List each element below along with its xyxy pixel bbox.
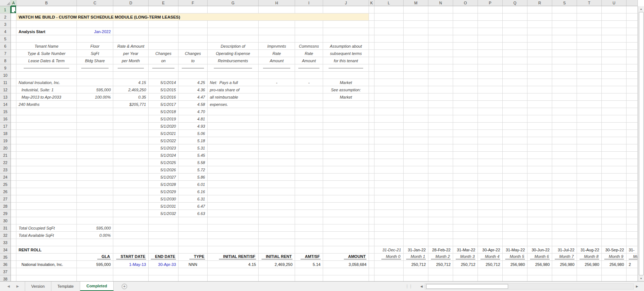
cell-N27[interactable]: [428, 195, 453, 203]
cell-O15[interactable]: [453, 108, 478, 115]
cell-N2[interactable]: [428, 13, 453, 21]
cell-I14[interactable]: [295, 101, 323, 108]
cell-U5[interactable]: [602, 35, 627, 43]
cell-D18[interactable]: [113, 130, 149, 137]
cell-A34[interactable]: [11, 246, 16, 254]
cell-V18[interactable]: [627, 130, 638, 137]
cell-F24[interactable]: 5.86: [178, 174, 208, 181]
cell-F27[interactable]: 6.31: [178, 195, 208, 203]
cell-I19[interactable]: [295, 137, 323, 144]
cell-D30[interactable]: [113, 217, 149, 224]
cell-T24[interactable]: [577, 174, 602, 181]
cell-C11[interactable]: [77, 79, 113, 86]
column-header-S[interactable]: S: [552, 0, 577, 6]
cell-B36[interactable]: National Insulation, Inc.: [16, 261, 77, 268]
row-header-32[interactable]: 32: [0, 232, 11, 239]
cell-H24[interactable]: [259, 174, 295, 181]
cell-O36[interactable]: 250,712: [453, 261, 478, 268]
cell-C8[interactable]: Bldg Share: [77, 57, 113, 64]
cell-I7[interactable]: Rate: [295, 50, 323, 57]
cell-C37[interactable]: [77, 268, 113, 275]
cell-D3[interactable]: [113, 21, 149, 28]
cell-B10[interactable]: [16, 72, 77, 79]
cell-B23[interactable]: [16, 166, 77, 174]
row-header-13[interactable]: 13: [0, 93, 11, 101]
cell-N34[interactable]: 28-Feb-22: [428, 246, 453, 254]
column-header-C[interactable]: C: [77, 0, 113, 6]
cell-C21[interactable]: [77, 152, 113, 159]
cell-R12[interactable]: [527, 86, 552, 93]
cell-Q31[interactable]: [503, 224, 527, 232]
cell-E4[interactable]: [149, 28, 178, 35]
cell-C1[interactable]: [77, 6, 113, 13]
cell-G36[interactable]: 4.15: [208, 261, 259, 268]
cell-V25[interactable]: [627, 181, 638, 188]
cell-H26[interactable]: [259, 188, 295, 195]
cell-F33[interactable]: [178, 239, 208, 246]
cell-A20[interactable]: [11, 144, 16, 152]
cell-F3[interactable]: [178, 21, 208, 28]
cell-U36[interactable]: 256,980: [602, 261, 627, 268]
cell-D4[interactable]: [113, 28, 149, 35]
cell-C9[interactable]: [77, 64, 113, 72]
cell-I33[interactable]: [295, 239, 323, 246]
cell-Q34[interactable]: 31-May-22: [503, 246, 527, 254]
cell-U15[interactable]: [602, 108, 627, 115]
cell-U9[interactable]: [602, 64, 627, 72]
cell-P11[interactable]: [478, 79, 503, 86]
cell-O33[interactable]: [453, 239, 478, 246]
cell-E33[interactable]: [149, 239, 178, 246]
cell-G24[interactable]: [208, 174, 259, 181]
column-header-N[interactable]: N: [428, 0, 453, 6]
tab-scrollbar-splitter[interactable]: ⋮⋮: [405, 284, 412, 289]
cell-C27[interactable]: [77, 195, 113, 203]
cell-A36[interactable]: [11, 261, 16, 268]
cell-R14[interactable]: [527, 101, 552, 108]
cell-E27[interactable]: 5/1/2030: [149, 195, 178, 203]
cell-E11[interactable]: 5/1/2014: [149, 79, 178, 86]
cell-J31[interactable]: [323, 224, 369, 232]
cell-T35[interactable]: Month 8: [577, 254, 602, 261]
column-header-G[interactable]: G: [208, 0, 259, 6]
cell-J8[interactable]: for this tenant: [323, 57, 369, 64]
cell-I10[interactable]: [295, 72, 323, 79]
cell-Q37[interactable]: [503, 268, 527, 275]
cell-D24[interactable]: [113, 174, 149, 181]
cell-L33[interactable]: [374, 239, 404, 246]
cell-S3[interactable]: [552, 21, 577, 28]
cell-D15[interactable]: [113, 108, 149, 115]
cell-O26[interactable]: [453, 188, 478, 195]
cell-E22[interactable]: 5/1/2025: [149, 159, 178, 166]
cell-T33[interactable]: [577, 239, 602, 246]
cell-I16[interactable]: [295, 115, 323, 123]
cell-K37[interactable]: [369, 268, 374, 275]
cell-J13[interactable]: Market: [323, 93, 369, 101]
cell-M12[interactable]: [404, 86, 428, 93]
cell-H11[interactable]: -: [259, 79, 295, 86]
cell-U30[interactable]: [602, 217, 627, 224]
cell-N13[interactable]: [428, 93, 453, 101]
cell-U34[interactable]: 30-Sep-22: [602, 246, 627, 254]
cell-K4[interactable]: [369, 28, 374, 35]
cell-J4[interactable]: [323, 28, 369, 35]
cell-K34[interactable]: [369, 246, 374, 254]
cell-F19[interactable]: 5.18: [178, 137, 208, 144]
cell-O5[interactable]: [453, 35, 478, 43]
cell-J28[interactable]: [323, 203, 369, 210]
cell-M8[interactable]: [404, 57, 428, 64]
cell-R5[interactable]: [527, 35, 552, 43]
cell-V21[interactable]: [627, 152, 638, 159]
cell-N29[interactable]: [428, 210, 453, 217]
cell-M24[interactable]: [404, 174, 428, 181]
cell-J20[interactable]: [323, 144, 369, 152]
row-header-28[interactable]: 28: [0, 203, 11, 210]
cell-A10[interactable]: [11, 72, 16, 79]
cell-R8[interactable]: [527, 57, 552, 64]
cell-Q9[interactable]: [503, 64, 527, 72]
cell-I9[interactable]: [295, 64, 323, 72]
row-header-22[interactable]: 22: [0, 159, 11, 166]
cell-B20[interactable]: [16, 144, 77, 152]
cell-I26[interactable]: [295, 188, 323, 195]
cell-V19[interactable]: [627, 137, 638, 144]
cell-H3[interactable]: [259, 21, 295, 28]
